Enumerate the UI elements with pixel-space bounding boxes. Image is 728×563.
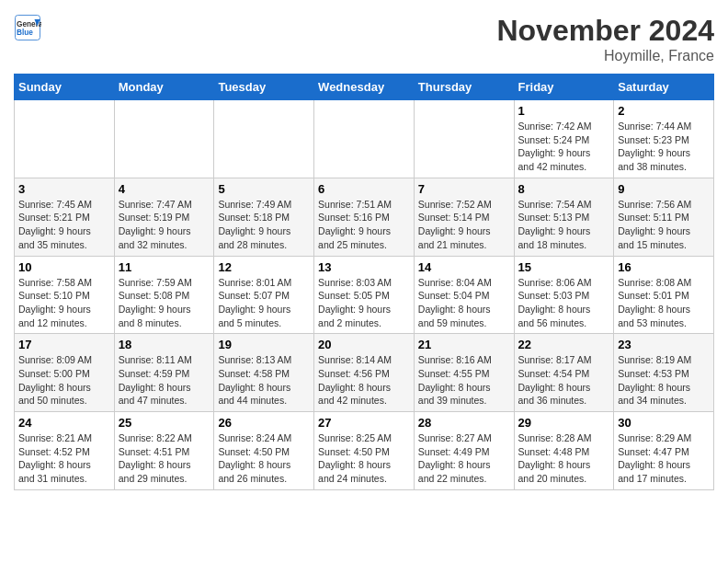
calendar-cell: 10Sunrise: 7:58 AM Sunset: 5:10 PM Dayli… <box>15 256 115 334</box>
logo-icon: General Blue <box>14 14 41 41</box>
col-header-thursday: Thursday <box>414 75 514 100</box>
page-header: General Blue November 2024 Hoymille, Fra… <box>14 14 714 64</box>
day-info: Sunrise: 8:03 AM Sunset: 5:05 PM Dayligh… <box>318 276 410 330</box>
svg-text:Blue: Blue <box>17 29 33 37</box>
calendar-cell: 23Sunrise: 8:19 AM Sunset: 4:53 PM Dayli… <box>614 334 714 412</box>
calendar-cell <box>314 100 415 178</box>
calendar-week-row: 24Sunrise: 8:21 AM Sunset: 4:52 PM Dayli… <box>15 412 714 490</box>
calendar-cell: 18Sunrise: 8:11 AM Sunset: 4:59 PM Dayli… <box>114 334 214 412</box>
day-info: Sunrise: 7:44 AM Sunset: 5:23 PM Dayligh… <box>618 120 710 174</box>
day-info: Sunrise: 8:27 AM Sunset: 4:49 PM Dayligh… <box>418 431 510 486</box>
day-number: 14 <box>418 260 510 274</box>
day-info: Sunrise: 8:14 AM Sunset: 4:56 PM Dayligh… <box>318 353 410 408</box>
day-info: Sunrise: 8:29 AM Sunset: 4:47 PM Dayligh… <box>618 431 710 486</box>
calendar-week-row: 17Sunrise: 8:09 AM Sunset: 5:00 PM Dayli… <box>15 334 714 412</box>
calendar-cell: 12Sunrise: 8:01 AM Sunset: 5:07 PM Dayli… <box>214 256 314 334</box>
day-number: 27 <box>318 416 410 430</box>
day-number: 17 <box>18 338 110 351</box>
calendar-cell: 19Sunrise: 8:13 AM Sunset: 4:58 PM Dayli… <box>214 334 314 412</box>
day-number: 1 <box>518 104 610 118</box>
day-info: Sunrise: 8:11 AM Sunset: 4:59 PM Dayligh… <box>119 353 210 408</box>
calendar-cell: 13Sunrise: 8:03 AM Sunset: 5:05 PM Dayli… <box>314 256 415 334</box>
day-info: Sunrise: 8:13 AM Sunset: 4:58 PM Dayligh… <box>218 353 310 408</box>
calendar-header-row: SundayMondayTuesdayWednesdayThursdayFrid… <box>15 75 714 100</box>
day-info: Sunrise: 8:17 AM Sunset: 4:54 PM Dayligh… <box>518 353 610 408</box>
day-number: 30 <box>618 416 710 430</box>
day-number: 21 <box>418 338 510 351</box>
day-info: Sunrise: 8:22 AM Sunset: 4:51 PM Dayligh… <box>119 431 210 486</box>
calendar-cell: 25Sunrise: 8:22 AM Sunset: 4:51 PM Dayli… <box>114 412 214 490</box>
day-number: 13 <box>318 260 410 274</box>
day-number: 29 <box>518 416 610 430</box>
day-number: 24 <box>18 416 110 430</box>
day-info: Sunrise: 7:54 AM Sunset: 5:13 PM Dayligh… <box>518 198 610 252</box>
calendar-cell: 27Sunrise: 8:25 AM Sunset: 4:50 PM Dayli… <box>314 412 415 490</box>
day-info: Sunrise: 7:49 AM Sunset: 5:18 PM Dayligh… <box>218 198 310 252</box>
day-info: Sunrise: 7:58 AM Sunset: 5:10 PM Dayligh… <box>18 276 110 330</box>
calendar-table: SundayMondayTuesdayWednesdayThursdayFrid… <box>14 74 714 490</box>
title-block: November 2024 Hoymille, France <box>496 14 714 64</box>
day-number: 4 <box>119 182 210 196</box>
calendar-cell <box>15 100 115 178</box>
calendar-cell <box>114 100 214 178</box>
day-info: Sunrise: 8:01 AM Sunset: 5:07 PM Dayligh… <box>218 276 310 330</box>
day-number: 28 <box>418 416 510 430</box>
calendar-cell: 15Sunrise: 8:06 AM Sunset: 5:03 PM Dayli… <box>514 256 614 334</box>
calendar-cell: 8Sunrise: 7:54 AM Sunset: 5:13 PM Daylig… <box>514 178 614 256</box>
day-number: 22 <box>518 338 610 351</box>
day-info: Sunrise: 7:47 AM Sunset: 5:19 PM Dayligh… <box>119 198 210 252</box>
col-header-saturday: Saturday <box>614 75 714 100</box>
calendar-cell: 1Sunrise: 7:42 AM Sunset: 5:24 PM Daylig… <box>514 100 614 178</box>
col-header-monday: Monday <box>114 75 214 100</box>
col-header-wednesday: Wednesday <box>314 75 415 100</box>
day-number: 5 <box>218 182 310 196</box>
calendar-cell: 3Sunrise: 7:45 AM Sunset: 5:21 PM Daylig… <box>15 178 115 256</box>
day-info: Sunrise: 7:45 AM Sunset: 5:21 PM Dayligh… <box>18 198 110 252</box>
col-header-sunday: Sunday <box>15 75 115 100</box>
day-number: 11 <box>119 260 210 274</box>
day-number: 16 <box>618 260 710 274</box>
col-header-friday: Friday <box>514 75 614 100</box>
month-title: November 2024 <box>496 14 714 48</box>
day-info: Sunrise: 8:09 AM Sunset: 5:00 PM Dayligh… <box>18 353 110 408</box>
day-number: 3 <box>18 182 110 196</box>
calendar-cell: 22Sunrise: 8:17 AM Sunset: 4:54 PM Dayli… <box>514 334 614 412</box>
day-number: 15 <box>518 260 610 274</box>
day-number: 19 <box>218 338 310 351</box>
calendar-cell: 7Sunrise: 7:52 AM Sunset: 5:14 PM Daylig… <box>414 178 514 256</box>
day-info: Sunrise: 7:56 AM Sunset: 5:11 PM Dayligh… <box>618 198 710 252</box>
calendar-cell: 26Sunrise: 8:24 AM Sunset: 4:50 PM Dayli… <box>214 412 314 490</box>
day-number: 12 <box>218 260 310 274</box>
calendar-cell: 17Sunrise: 8:09 AM Sunset: 5:00 PM Dayli… <box>15 334 115 412</box>
day-info: Sunrise: 8:16 AM Sunset: 4:55 PM Dayligh… <box>418 353 510 408</box>
calendar-cell: 28Sunrise: 8:27 AM Sunset: 4:49 PM Dayli… <box>414 412 514 490</box>
day-info: Sunrise: 8:28 AM Sunset: 4:48 PM Dayligh… <box>518 431 610 486</box>
day-info: Sunrise: 7:51 AM Sunset: 5:16 PM Dayligh… <box>318 198 410 252</box>
calendar-cell: 30Sunrise: 8:29 AM Sunset: 4:47 PM Dayli… <box>614 412 714 490</box>
day-info: Sunrise: 7:52 AM Sunset: 5:14 PM Dayligh… <box>418 198 510 252</box>
day-info: Sunrise: 8:21 AM Sunset: 4:52 PM Dayligh… <box>18 431 110 486</box>
calendar-week-row: 3Sunrise: 7:45 AM Sunset: 5:21 PM Daylig… <box>15 178 714 256</box>
day-info: Sunrise: 8:04 AM Sunset: 5:04 PM Dayligh… <box>418 276 510 330</box>
calendar-cell: 6Sunrise: 7:51 AM Sunset: 5:16 PM Daylig… <box>314 178 415 256</box>
location: Hoymille, France <box>496 48 714 64</box>
calendar-cell: 4Sunrise: 7:47 AM Sunset: 5:19 PM Daylig… <box>114 178 214 256</box>
day-info: Sunrise: 7:42 AM Sunset: 5:24 PM Dayligh… <box>518 120 610 174</box>
calendar-week-row: 10Sunrise: 7:58 AM Sunset: 5:10 PM Dayli… <box>15 256 714 334</box>
calendar-cell: 29Sunrise: 8:28 AM Sunset: 4:48 PM Dayli… <box>514 412 614 490</box>
calendar-cell: 20Sunrise: 8:14 AM Sunset: 4:56 PM Dayli… <box>314 334 415 412</box>
logo: General Blue <box>14 14 43 41</box>
col-header-tuesday: Tuesday <box>214 75 314 100</box>
day-number: 26 <box>218 416 310 430</box>
day-info: Sunrise: 8:19 AM Sunset: 4:53 PM Dayligh… <box>618 353 710 408</box>
day-info: Sunrise: 8:24 AM Sunset: 4:50 PM Dayligh… <box>218 431 310 486</box>
calendar-cell: 9Sunrise: 7:56 AM Sunset: 5:11 PM Daylig… <box>614 178 714 256</box>
day-info: Sunrise: 7:59 AM Sunset: 5:08 PM Dayligh… <box>119 276 210 330</box>
calendar-cell: 5Sunrise: 7:49 AM Sunset: 5:18 PM Daylig… <box>214 178 314 256</box>
day-info: Sunrise: 8:25 AM Sunset: 4:50 PM Dayligh… <box>318 431 410 486</box>
day-number: 23 <box>618 338 710 351</box>
day-number: 7 <box>418 182 510 196</box>
calendar-cell <box>414 100 514 178</box>
day-number: 25 <box>119 416 210 430</box>
calendar-cell: 21Sunrise: 8:16 AM Sunset: 4:55 PM Dayli… <box>414 334 514 412</box>
